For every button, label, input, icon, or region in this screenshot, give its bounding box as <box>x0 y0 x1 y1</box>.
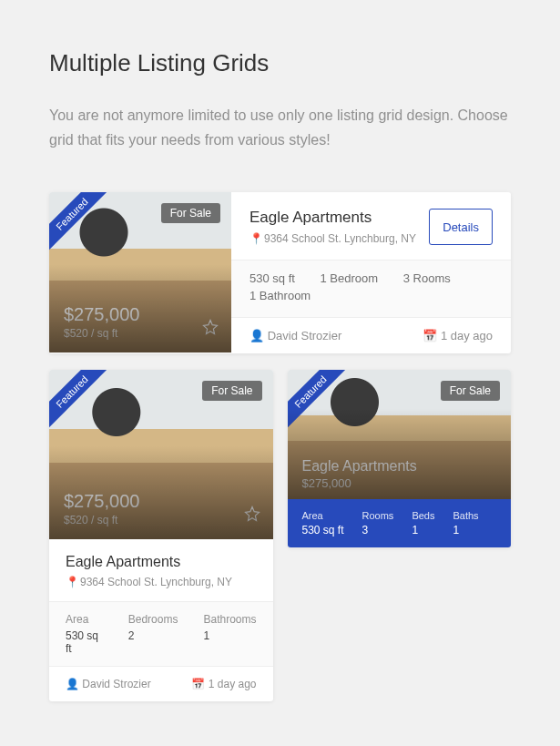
price: $275,000 <box>302 476 417 490</box>
listing-title[interactable]: Eagle Apartments <box>66 554 257 570</box>
status-badge: For Sale <box>441 381 500 401</box>
price: $275,000 <box>64 491 139 512</box>
page-intro: You are not anymore limited to use only … <box>49 103 511 152</box>
listing-card-vertical[interactable]: Featured For Sale $275,000 $520 / sq ft … <box>49 370 273 701</box>
price: $275,000 <box>64 304 139 325</box>
listing-posted: 📅 1 day ago <box>423 329 493 342</box>
star-icon <box>244 506 260 522</box>
listing-agent[interactable]: 👤 David Strozier <box>249 329 341 342</box>
stat-bedrooms: Bedrooms 2 <box>128 613 178 655</box>
listing-photo[interactable]: Featured For Sale $275,000 $520 / sq ft <box>49 192 231 353</box>
pin-icon: 📍 <box>66 576 76 588</box>
pin-icon: 📍 <box>249 232 260 245</box>
listing-posted: 📅 1 day ago <box>191 678 256 690</box>
calendar-icon: 📅 <box>191 678 205 690</box>
listing-stats: Area 530 sq ft Rooms 3 Beds 1 Baths 1 <box>288 499 512 547</box>
featured-ribbon: Featured <box>49 370 114 434</box>
favorite-button[interactable] <box>202 319 219 340</box>
listing-title[interactable]: Eagle Apartments <box>302 458 417 475</box>
listing-title[interactable]: Eagle Apartments <box>249 209 416 227</box>
listing-card-horizontal[interactable]: Featured For Sale $275,000 $520 / sq ft … <box>49 192 511 353</box>
listing-specs: 530 sq ft 1 Bedroom 3 Rooms 1 Bathroom <box>231 260 511 318</box>
listing-address: 📍9364 School St. Lynchburg, NY <box>249 232 416 245</box>
listing-photo[interactable]: Featured For Sale $275,000 $520 / sq ft <box>49 370 273 539</box>
spec-bathrooms: 1 Bathroom <box>249 289 311 302</box>
listing-photo[interactable]: Featured For Sale Eagle Apartments $275,… <box>288 370 512 499</box>
user-icon: 👤 <box>249 329 264 342</box>
status-badge: For Sale <box>202 381 261 401</box>
favorite-button[interactable] <box>244 506 260 526</box>
status-badge: For Sale <box>161 203 220 223</box>
spec-bedrooms: 1 Bedroom <box>321 271 379 285</box>
title-block: Eagle Apartments $275,000 <box>302 458 417 490</box>
stat-beds: Beds 1 <box>412 510 434 537</box>
featured-ribbon: Featured <box>49 192 114 256</box>
spec-rooms: 3 Rooms <box>403 271 451 285</box>
listing-stats: Area 530 sq ft Bedrooms 2 Bathrooms 1 <box>49 601 273 667</box>
page-heading: Multiple Listing Grids <box>49 49 511 77</box>
spec-area: 530 sq ft <box>249 271 295 285</box>
stat-rooms: Rooms 3 <box>362 510 394 537</box>
listing-address: 📍9364 School St. Lynchburg, NY <box>66 576 257 588</box>
stat-area: Area 530 sq ft <box>302 510 344 537</box>
price-per-sqft: $520 / sq ft <box>64 514 139 526</box>
listing-agent[interactable]: 👤 David Strozier <box>66 678 151 690</box>
stat-area: Area 530 sq ft <box>66 613 103 655</box>
star-icon <box>202 319 219 335</box>
user-icon: 👤 <box>66 678 79 690</box>
stat-baths: Baths 1 <box>453 510 478 537</box>
price-per-sqft: $520 / sq ft <box>64 327 139 340</box>
featured-ribbon: Featured <box>288 370 352 434</box>
stat-bathrooms: Bathrooms 1 <box>203 613 256 655</box>
price-block: $275,000 $520 / sq ft <box>64 491 139 526</box>
details-button[interactable]: Details <box>429 209 493 245</box>
listing-card-compact[interactable]: Featured For Sale Eagle Apartments $275,… <box>288 370 512 547</box>
price-block: $275,000 $520 / sq ft <box>64 304 139 340</box>
calendar-icon: 📅 <box>423 329 437 342</box>
